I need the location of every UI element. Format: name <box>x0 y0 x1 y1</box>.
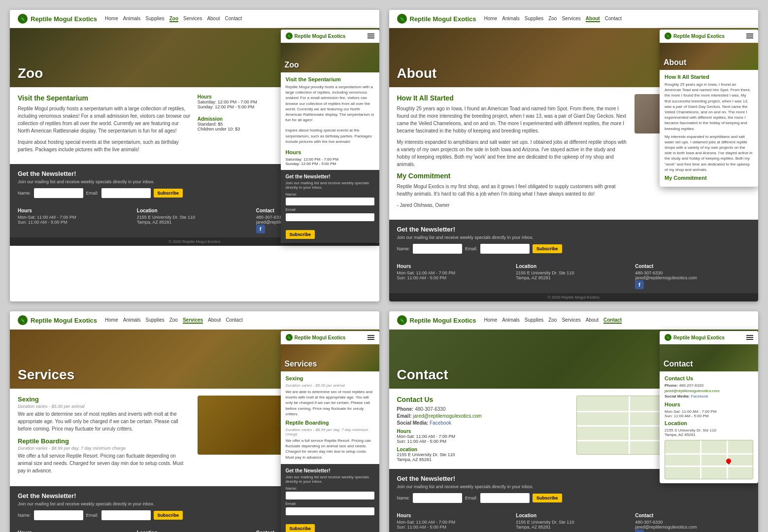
nav-home[interactable]: Home <box>105 16 118 22</box>
cnt-nav-supplies[interactable]: Supplies <box>525 317 543 324</box>
email-input[interactable] <box>101 188 151 198</box>
mobile-subscribe-button[interactable]: Subscribe <box>286 230 315 239</box>
mobile-svc-newsletter: Get the Newsletter! Join our mailing lis… <box>281 464 379 532</box>
mobile-svc-name-input[interactable] <box>286 492 374 499</box>
about-section2-title: My Commitment <box>397 172 629 180</box>
cnt-nav-about[interactable]: About <box>586 317 599 324</box>
mobile-svc2-name: Reptile Boarding <box>286 420 374 426</box>
cnt-footer-email: jared@reptilemogulexotics.com <box>635 525 750 530</box>
cnt-subscribe-button[interactable]: Subscribe <box>533 494 562 502</box>
about-nav-contact[interactable]: Contact <box>605 16 622 22</box>
svc-email-input[interactable] <box>101 510 151 520</box>
svc-subscribe-button[interactable]: Subscribe <box>154 511 183 520</box>
svc-nav-contact[interactable]: Contact <box>226 317 242 324</box>
service-boarding: Reptile Boarding Duration varies - $8.99… <box>18 437 192 474</box>
about-facebook-icon[interactable]: f <box>635 280 644 289</box>
name-label: Name: <box>18 191 31 196</box>
about-footer-phone: 480-307-6330 <box>635 270 750 275</box>
about-nav-zoo[interactable]: Zoo <box>548 16 557 22</box>
about-nav-about[interactable]: About <box>586 16 600 22</box>
svc-nav-home[interactable]: Home <box>105 317 118 324</box>
about-subscribe-button[interactable]: Subscribe <box>533 244 562 253</box>
contact-hours-monsat: Mon-Sat: 11:00 AM - 7:00 PM <box>397 434 571 439</box>
about-nav-supplies[interactable]: Supplies <box>525 16 543 22</box>
hamburger-menu[interactable] <box>367 33 374 38</box>
mobile-about-content: How It All Started Roughly 25 years ago … <box>660 70 758 187</box>
mobile-svc-subscribe-button[interactable]: Subscribe <box>286 524 315 532</box>
svc-nav-zoo[interactable]: Zoo <box>169 317 178 324</box>
cnt-email-label: Email: <box>465 496 477 500</box>
footer-hours-monsat: Mon-Sat: 11:00 AM - 7:00 PM <box>18 215 133 220</box>
cnt-nav-home[interactable]: Home <box>484 317 498 324</box>
mobile-zoo-content: Visit the Sepentarium Reptile Mogul prou… <box>281 72 379 170</box>
mobile-cnt-location-title: Location <box>665 420 753 426</box>
facebook-icon[interactable]: f <box>256 225 265 233</box>
mobile-svc-email-input[interactable] <box>286 507 374 515</box>
cnt-footer-phone: 480-307-6330 <box>635 520 750 525</box>
mobile-cnt-social: Social Media: Facebook <box>665 394 753 399</box>
name-input[interactable] <box>34 188 83 198</box>
m-road-h2 <box>665 466 753 467</box>
mobile-about-text2: My interests expanded to amphibians and … <box>665 134 753 172</box>
mobile-zoo-nav: 🦎 Reptile Mogul Exotics <box>281 30 379 43</box>
footer-hours-title: Hours <box>18 208 133 213</box>
nav-contact[interactable]: Contact <box>225 16 242 22</box>
about-logo-icon: 🦎 <box>397 14 407 24</box>
mobile-logo: 🦎 Reptile Mogul Exotics <box>286 33 346 39</box>
mobile-svc2-text: We offer a full service Reptile Resort. … <box>286 438 374 460</box>
cnt-name-input[interactable] <box>413 493 462 503</box>
about-nav-services[interactable]: Services <box>562 16 580 22</box>
logo-icon: 🦎 <box>18 14 28 24</box>
mobile-zoo-newsletter: Get the Newsletter! Join our mailing lis… <box>281 170 379 243</box>
nav-animals[interactable]: Animals <box>123 16 141 22</box>
mobile-email-input[interactable] <box>286 213 374 221</box>
cnt-facebook-icon[interactable]: f <box>635 530 644 532</box>
mobile-contact-title: Contact Us <box>665 375 753 381</box>
cnt-nav-contact[interactable]: Contact <box>603 317 622 324</box>
map-road-v1 <box>629 396 630 454</box>
mobile-about-text1: Roughly 25 years ago in Iowa, I found an… <box>665 82 753 132</box>
mobile-svc-brand: Reptile Mogul Exotics <box>295 335 346 340</box>
cnt-nav-zoo[interactable]: Zoo <box>548 317 557 324</box>
service2-duration: Duration varies - $8.99 per day, 7 day m… <box>18 446 192 451</box>
svc-name-label: Name: <box>18 513 31 518</box>
mobile-hours-title: Hours <box>286 149 374 155</box>
mobile-svc-content: Sexing Duration varies - $5.00 per anima… <box>281 371 379 464</box>
mobile-svc-newsletter-title: Get the Newsletter! <box>286 468 374 473</box>
svc-nav-about[interactable]: About <box>208 317 221 324</box>
cnt-hamburger[interactable] <box>746 335 753 340</box>
mobile-name-input[interactable] <box>286 198 374 205</box>
cnt-email-input[interactable] <box>480 493 530 503</box>
cnt-footer-location-addr1: 2155 E University Dr. Ste 110 <box>516 520 631 525</box>
svc-name-input[interactable] <box>34 510 83 520</box>
mobile-map-grid <box>665 440 753 479</box>
nav-zoo[interactable]: Zoo <box>169 16 178 22</box>
svc-nav-services[interactable]: Services <box>183 317 203 324</box>
nav-supplies[interactable]: Supplies <box>145 16 164 22</box>
contact-brand-name: Reptile Mogul Exotics <box>410 317 476 324</box>
about-name-input[interactable] <box>413 244 462 254</box>
footer-location-title: Location <box>137 208 252 213</box>
nav-about[interactable]: About <box>207 16 220 22</box>
zoo-section1-title: Visit the Sepentarium <box>18 94 192 102</box>
contact-email[interactable]: jared@reptilemogulexotics.com <box>413 413 482 419</box>
subscribe-button[interactable]: Subscribe <box>154 189 183 198</box>
about-email-input[interactable] <box>480 244 530 254</box>
contact-social-link[interactable]: Facebook <box>430 420 451 426</box>
services-nav-links: Home Animals Supplies Zoo Services About… <box>105 317 243 324</box>
about-hamburger[interactable] <box>746 33 753 38</box>
nav-services[interactable]: Services <box>183 16 202 22</box>
about-footer-hours-sun: Sun: 11:00 AM - 5:00 PM <box>397 275 512 280</box>
mobile-cnt-title: Contact <box>664 360 693 368</box>
mobile-cnt-nav: 🦎 Reptile Mogul Exotics <box>660 331 758 344</box>
about-nav-home[interactable]: Home <box>484 16 498 22</box>
mobile-cnt-brand: Reptile Mogul Exotics <box>673 335 725 340</box>
mobile-svc1-name: Sexing <box>286 375 374 381</box>
svc-nav-supplies[interactable]: Supplies <box>145 317 164 324</box>
about-nav-animals[interactable]: Animals <box>502 16 520 22</box>
svc-hamburger[interactable] <box>367 335 374 340</box>
cnt-nav-services[interactable]: Services <box>562 317 580 324</box>
svc-nav-animals[interactable]: Animals <box>123 317 141 324</box>
cnt-nav-animals[interactable]: Animals <box>502 317 520 324</box>
services-mobile-overlay: 🦎 Reptile Mogul Exotics Services Sexing … <box>281 331 379 532</box>
